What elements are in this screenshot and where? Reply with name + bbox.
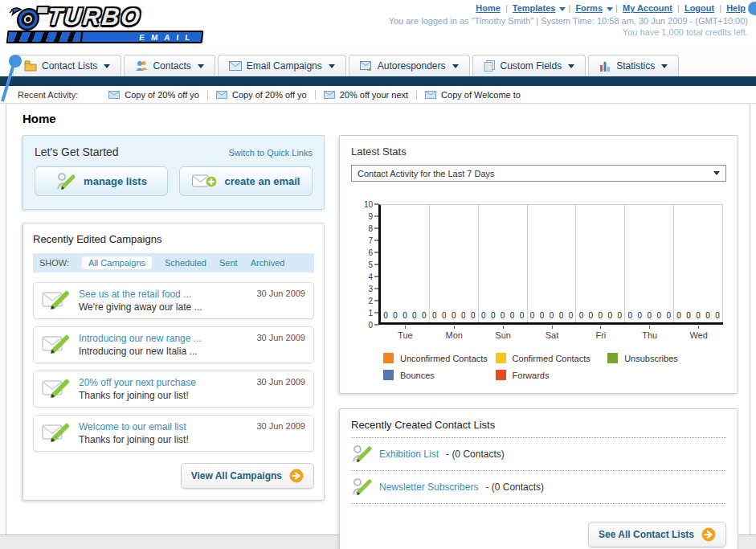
tab-email-campaigns[interactable]: Email Campaigns bbox=[218, 55, 346, 76]
chart-value-label: 0 bbox=[589, 311, 594, 320]
recent-activity-label: Recent Activity: bbox=[18, 90, 78, 100]
contact-list-row[interactable]: Newsletter Subscribers - (0 Contacts) bbox=[351, 471, 726, 504]
chart-value-label: 0 bbox=[647, 311, 652, 320]
recent-activity-item[interactable]: Copy of Welcome to bbox=[417, 90, 529, 100]
person-pencil-icon bbox=[351, 477, 372, 498]
tab-autoresponders[interactable]: Autoresponders bbox=[349, 55, 470, 76]
envelope-pencil-icon bbox=[42, 333, 71, 355]
chart-value-label: 0 bbox=[676, 311, 681, 320]
chart-legend: Unconfirmed ContactsConfirmed ContactsUn… bbox=[383, 353, 723, 380]
recent-activity-item[interactable]: Copy of 20% off yo bbox=[100, 90, 208, 100]
campaign-title-link[interactable]: 20% off your next purchase bbox=[79, 377, 248, 388]
campaign-subtitle: Thanks for joining our list! bbox=[79, 390, 248, 401]
chart-plot-area: 00000000000000000000000000000000000 bbox=[378, 204, 723, 325]
view-all-campaigns-button[interactable]: View All Campaigns bbox=[181, 463, 314, 489]
chevron-down-icon bbox=[568, 64, 574, 68]
chart-day-group: 00000 bbox=[625, 205, 674, 322]
tab-label: Contacts bbox=[153, 60, 190, 72]
header-link-home[interactable]: Home bbox=[476, 3, 501, 13]
chart-value-label: 0 bbox=[412, 311, 417, 320]
arrow-circle-icon bbox=[289, 469, 304, 483]
tab-contact-lists[interactable]: Contact Lists bbox=[13, 55, 121, 76]
chart-value-label: 0 bbox=[442, 311, 447, 320]
tab-statistics[interactable]: Statistics bbox=[588, 55, 679, 76]
campaign-title-link[interactable]: See us at the retail food ... bbox=[79, 289, 248, 300]
legend-label: Confirmed Contacts bbox=[513, 354, 590, 363]
campaign-date: 30 Jun 2009 bbox=[256, 377, 305, 387]
bar-chart-icon bbox=[599, 61, 611, 72]
credits-status-text: You have 1,000 total credits left. bbox=[389, 27, 748, 37]
chart-value-label: 0 bbox=[471, 311, 476, 320]
people-icon bbox=[135, 60, 148, 72]
filter-sent[interactable]: Sent bbox=[219, 258, 238, 268]
login-status-text: You are logged in as "Timothy Smith" | S… bbox=[389, 16, 748, 26]
campaign-row[interactable]: Introducing our new range ... Introducin… bbox=[33, 326, 314, 363]
switch-to-quick-links[interactable]: Switch to Quick Links bbox=[228, 148, 313, 158]
chart-day-group: 00000 bbox=[381, 205, 430, 322]
tab-contacts[interactable]: Contacts bbox=[124, 55, 215, 76]
pages-icon bbox=[484, 60, 496, 72]
see-all-contact-lists-button[interactable]: See All Contact Lists bbox=[588, 522, 726, 547]
contact-list-row[interactable]: Exhibition List - (0 Contacts) bbox=[351, 438, 726, 471]
link-separator: | bbox=[568, 3, 570, 13]
contact-activity-chart: 109876543210 000000000000000000000000000… bbox=[356, 204, 723, 380]
manage-lists-button[interactable]: manage lists bbox=[35, 166, 168, 196]
tab-label: Statistics bbox=[616, 60, 655, 72]
chart-value-label: 0 bbox=[608, 311, 613, 320]
chart-value-label: 0 bbox=[628, 311, 633, 320]
turbo-email-logo[interactable]: TURBO EMAIL bbox=[2, 3, 208, 50]
y-axis-tick: 2 bbox=[368, 297, 378, 305]
chevron-down-icon bbox=[329, 64, 335, 68]
logo-text-email: EMAIL bbox=[80, 31, 204, 43]
campaign-title-link[interactable]: Introducing our new range ... bbox=[79, 333, 248, 344]
contact-list-link[interactable]: Exhibition List bbox=[379, 449, 439, 460]
campaign-row[interactable]: Welcome to our email list Thanks for joi… bbox=[33, 415, 314, 452]
legend-label: Bounces bbox=[400, 371, 435, 380]
chevron-down-icon bbox=[452, 64, 459, 68]
header-link-templates[interactable]: Templates bbox=[513, 3, 556, 13]
envelope-icon bbox=[425, 91, 436, 99]
chart-day-group: 00000 bbox=[479, 205, 528, 322]
chart-day-group: 00000 bbox=[430, 205, 479, 322]
legend-item: Unsubscribes bbox=[607, 353, 720, 363]
tab-custom-fields[interactable]: Custom Fields bbox=[472, 55, 586, 76]
y-axis-tick: 7 bbox=[368, 236, 378, 245]
activity-item-label: Copy of 20% off yo bbox=[232, 90, 307, 100]
view-all-campaigns-label: View All Campaigns bbox=[191, 470, 282, 481]
legend-swatch bbox=[383, 353, 394, 363]
campaign-date: 30 Jun 2009 bbox=[256, 421, 305, 431]
campaign-row[interactable]: 20% off your next purchase Thanks for jo… bbox=[33, 371, 314, 408]
x-axis-label: Sun bbox=[479, 326, 528, 340]
person-pencil-icon bbox=[351, 444, 372, 465]
campaign-row[interactable]: See us at the retail food ... We're givi… bbox=[33, 282, 314, 319]
folder-icon bbox=[24, 60, 37, 72]
person-pencil-icon bbox=[55, 172, 76, 191]
contact-list-link[interactable]: Newsletter Subscribers bbox=[379, 481, 478, 493]
legend-label: Unsubscribes bbox=[624, 354, 678, 363]
chevron-down-icon bbox=[198, 64, 204, 68]
filter-scheduled[interactable]: Scheduled bbox=[165, 258, 206, 268]
create-email-button[interactable]: create an email bbox=[179, 166, 313, 196]
envelope-icon bbox=[216, 91, 227, 99]
stats-period-dropdown[interactable]: Contact Activity for the Last 7 Days bbox=[351, 165, 726, 182]
filter-archived[interactable]: Archived bbox=[251, 258, 285, 268]
envelope-icon bbox=[229, 61, 242, 71]
header-link-help[interactable]: Help bbox=[726, 3, 746, 13]
link-separator: | bbox=[677, 3, 680, 13]
chart-value-label: 0 bbox=[530, 311, 535, 320]
envelope-plus-icon bbox=[192, 173, 218, 191]
recent-activity-item[interactable]: 20% off your next bbox=[316, 90, 417, 100]
filter-all-campaigns[interactable]: All Campaigns bbox=[82, 256, 152, 269]
header-link-forms[interactable]: Forms bbox=[575, 3, 603, 13]
header-link-my-account[interactable]: My Account bbox=[623, 3, 672, 13]
chart-value-label: 0 bbox=[432, 311, 437, 320]
legend-label: Forwards bbox=[513, 371, 550, 380]
campaign-subtitle: Introducing our new Italia ... bbox=[79, 346, 248, 357]
chart-value-label: 0 bbox=[422, 311, 427, 320]
header-link-logout[interactable]: Logout bbox=[684, 3, 714, 13]
campaign-title-link[interactable]: Welcome to our email list bbox=[79, 421, 248, 432]
chart-y-axis: 109876543210 bbox=[356, 204, 378, 325]
legend-swatch bbox=[607, 353, 618, 363]
envelope-icon bbox=[108, 91, 120, 99]
recent-activity-item[interactable]: Copy of 20% off yo bbox=[208, 90, 316, 100]
